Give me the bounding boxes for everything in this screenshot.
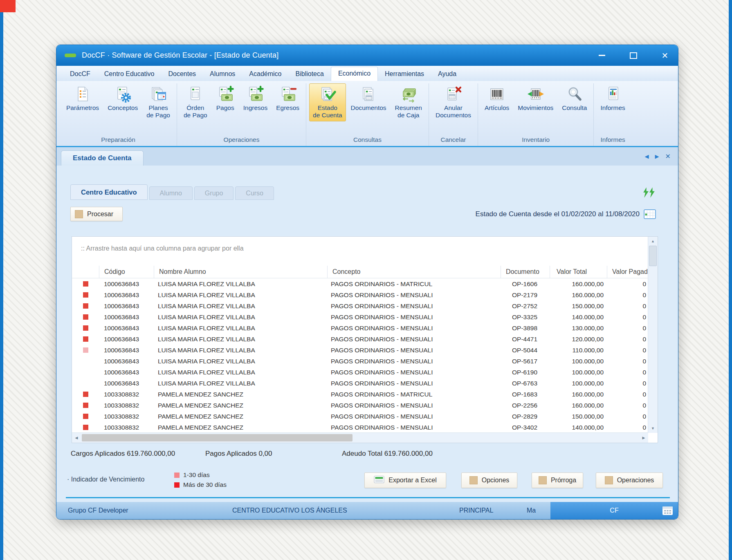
table-row[interactable]: 1000636843LUISA MARIA FLOREZ VILLALBAPAG… — [72, 323, 648, 334]
due-indicator-red — [83, 303, 88, 309]
table-row[interactable]: 1000636843LUISA MARIA FLOREZ VILLALBAPAG… — [72, 278, 648, 289]
horizontal-scroll-thumb[interactable] — [82, 434, 353, 441]
table-row[interactable]: 1000636843LUISA MARIA FLOREZ VILLALBAPAG… — [72, 334, 648, 345]
due-indicator-cell — [72, 400, 99, 411]
ribbon-button-articulos[interactable]: Artículos — [481, 83, 513, 114]
menu-biblioteca[interactable]: Biblioteca — [289, 67, 331, 81]
ribbon-button-orden-de-pago[interactable]: Órden de Pago — [180, 83, 211, 121]
operaciones-button[interactable]: Operaciones — [596, 473, 663, 488]
procesar-label: Procesar — [87, 211, 113, 218]
cell-vpagado: 0 — [607, 300, 648, 311]
due-indicator-cell — [72, 422, 99, 433]
table-row[interactable]: 1003308832PAMELA MENDEZ SANCHEZPAGOS ORD… — [72, 400, 648, 411]
subtab-alumno[interactable]: Alumno — [149, 186, 193, 200]
due-indicator-red — [83, 281, 88, 287]
menu-doccf[interactable]: DocCF — [63, 67, 97, 81]
export-excel-button[interactable]: Exportar a Excel — [364, 473, 446, 488]
column-header-valor-pagad[interactable]: Valor Pagad — [607, 266, 648, 278]
legend-item-1-30-dias: 1-30 días — [174, 470, 227, 480]
vertical-scroll-thumb[interactable] — [649, 246, 657, 266]
ribbon-button-label: Planes de Pago — [146, 104, 170, 119]
informes-icon — [604, 85, 622, 103]
close-button[interactable]: ✕ — [660, 51, 670, 60]
ribbon-button-anular-documentos[interactable]: Anular Documentos — [432, 83, 475, 121]
refresh-icon[interactable] — [642, 187, 656, 200]
maximize-button[interactable] — [629, 51, 638, 60]
column-header-valor-total[interactable]: Valor Total — [550, 266, 607, 278]
opciones-button[interactable]: Opciones — [461, 473, 517, 488]
menu-ayuda[interactable]: Ayuda — [431, 67, 463, 81]
menu-docentes[interactable]: Docentes — [162, 67, 203, 81]
ribbon-button-parametros[interactable]: Parámetros — [63, 83, 103, 114]
calendar-icon[interactable] — [662, 505, 673, 517]
scroll-left-icon[interactable]: ◀ — [72, 433, 81, 443]
scroll-right-icon[interactable]: ▶ — [640, 433, 648, 443]
table-row[interactable]: 1000636843LUISA MARIA FLOREZ VILLALBAPAG… — [72, 378, 648, 389]
cell-codigo: 1003308832 — [99, 389, 154, 400]
cell-concepto: PAGOS ORDINARIOS - MENSUALI — [327, 345, 501, 356]
menu-academico[interactable]: Académico — [242, 67, 288, 81]
ribbon-button-resumen-de-caja[interactable]: Resumen de Caja — [391, 83, 426, 121]
ribbon-button-informes[interactable]: Informes — [597, 83, 629, 114]
due-indicator-red — [83, 403, 88, 408]
ribbon-button-label: Informes — [600, 104, 625, 112]
table-row[interactable]: 1003308832PAMELA MENDEZ SANCHEZPAGOS ORD… — [72, 389, 648, 400]
vertical-scrollbar[interactable]: ▲ ▼ — [648, 237, 658, 433]
menu-herramientas[interactable]: Herramientas — [378, 67, 431, 81]
menu-economico[interactable]: Económico — [331, 67, 378, 81]
ribbon-button-consulta[interactable]: Consulta — [558, 83, 591, 114]
prorroga-button[interactable]: Prórroga — [532, 473, 583, 488]
scroll-up-icon[interactable]: ▲ — [648, 237, 658, 245]
desktop-edge-right — [729, 0, 732, 560]
ingresos-icon — [246, 85, 265, 103]
legend-item-label: Más de 30 días — [183, 481, 227, 488]
cell-vtotal: 100.000,00 — [550, 367, 607, 378]
cell-vtotal: 150.000,00 — [550, 411, 607, 422]
ribbon-button-egresos[interactable]: Egresos — [272, 83, 303, 114]
table-row[interactable]: 1003308832PAMELA MENDEZ SANCHEZPAGOS ORD… — [72, 422, 648, 433]
tab-prev-icon[interactable]: ◀ — [645, 153, 649, 159]
ribbon-button-planes-de-pago[interactable]: Planes de Pago — [143, 83, 174, 121]
table-row[interactable]: 1000636843LUISA MARIA FLOREZ VILLALBAPAG… — [72, 300, 648, 311]
cell-nombre: LUISA MARIA FLOREZ VILLALBA — [154, 345, 327, 356]
table-body: 1000636843LUISA MARIA FLOREZ VILLALBAPAG… — [72, 278, 658, 433]
ribbon-button-pagos[interactable]: Pagos — [212, 83, 238, 114]
ribbon-button-estado-de-cuenta[interactable]: Estado de Cuenta — [309, 83, 346, 121]
subtab-grupo[interactable]: Grupo — [194, 186, 234, 200]
column-header-nombre-alumno[interactable]: Nombre Alumno — [154, 266, 327, 278]
table-row[interactable]: 1003308832PAMELA MENDEZ SANCHEZPAGOS ORD… — [72, 411, 648, 422]
menu-centro-educativo[interactable]: Centro Educativo — [97, 67, 162, 81]
procesar-button[interactable]: Procesar — [70, 207, 123, 221]
menu-alumnos[interactable]: Alumnos — [203, 67, 242, 81]
ribbon-button-ingresos[interactable]: Ingresos — [240, 83, 271, 114]
table-row[interactable]: 1000636843LUISA MARIA FLOREZ VILLALBAPAG… — [72, 289, 648, 300]
subtab-curso[interactable]: Curso — [235, 186, 274, 200]
ribbon-button-conceptos[interactable]: Conceptos — [104, 83, 141, 114]
subtab-centro-educativo[interactable]: Centro Educativo — [70, 184, 148, 200]
minimize-button[interactable] — [597, 51, 607, 60]
column-header-documento[interactable]: Documento — [501, 266, 550, 278]
table-row[interactable]: 1000636843LUISA MARIA FLOREZ VILLALBAPAG… — [72, 367, 648, 378]
status-user: Ma — [527, 502, 536, 519]
cell-codigo: 1000636843 — [99, 323, 154, 334]
cell-vpagado: 0 — [607, 422, 648, 433]
ribbon-button-documentos[interactable]: Documentos — [347, 83, 390, 114]
table-row[interactable]: 1000636843LUISA MARIA FLOREZ VILLALBAPAG… — [72, 345, 648, 356]
ribbon-button-label: Resumen de Caja — [395, 104, 422, 119]
date-picker-button[interactable] — [644, 209, 656, 219]
table-row[interactable]: 1000636843LUISA MARIA FLOREZ VILLALBAPAG… — [72, 356, 648, 367]
titlebar: DocCF · Software de Gestión Escolar - [E… — [56, 45, 678, 66]
due-indicator-red — [83, 325, 88, 331]
scroll-down-icon[interactable]: ▼ — [648, 424, 658, 432]
cell-nombre: LUISA MARIA FLOREZ VILLALBA — [154, 367, 327, 378]
cell-codigo: 1000636843 — [99, 300, 154, 311]
tab-estado-de-cuenta[interactable]: Estado de Cuenta — [61, 150, 144, 166]
ribbon-button-movimientos[interactable]: Movimientos — [514, 83, 557, 114]
tab-close-icon[interactable]: ✕ — [665, 152, 671, 160]
column-header-concepto[interactable]: Concepto — [327, 266, 501, 278]
column-header-indicator — [72, 266, 99, 278]
horizontal-scrollbar[interactable]: ◀ ▶ — [72, 432, 648, 443]
table-row[interactable]: 1000636843LUISA MARIA FLOREZ VILLALBAPAG… — [72, 311, 648, 323]
tab-next-icon[interactable]: ▶ — [655, 153, 659, 159]
column-header-codigo[interactable]: Código — [99, 266, 154, 278]
